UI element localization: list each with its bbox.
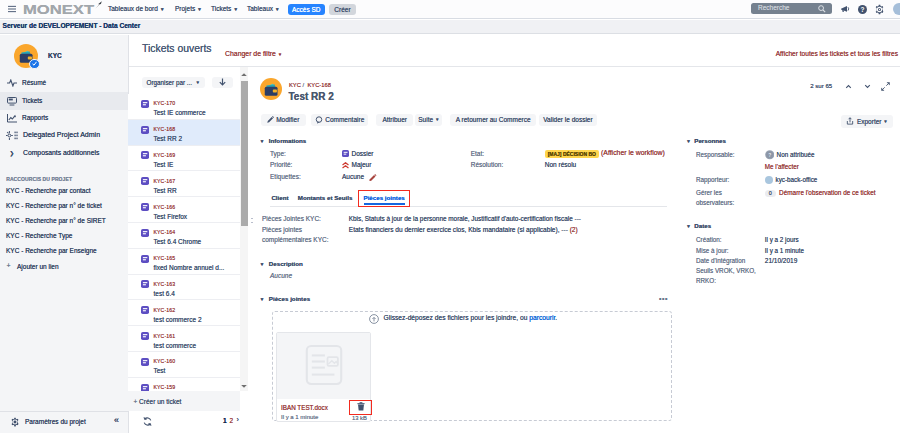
svg-text:?: ? — [861, 6, 865, 13]
svg-text:?: ? — [768, 152, 771, 158]
